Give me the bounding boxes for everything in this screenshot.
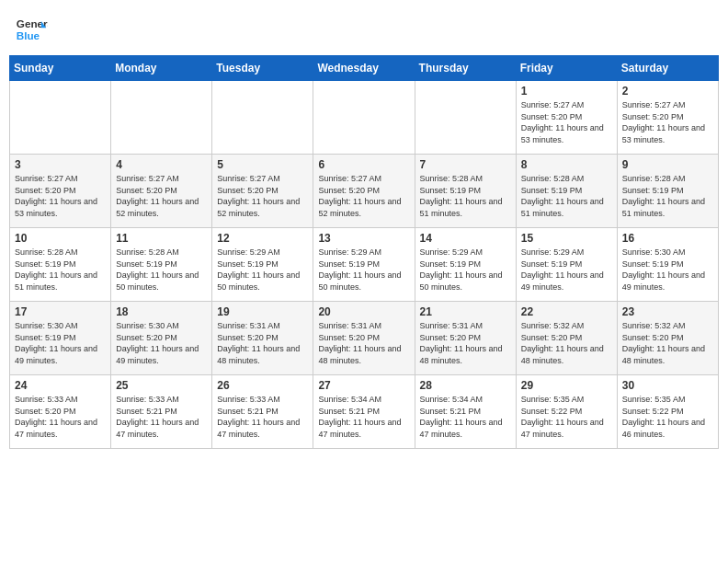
- day-info: Sunrise: 5:30 AMSunset: 5:19 PMDaylight:…: [622, 247, 713, 293]
- day-number: 22: [521, 305, 612, 318]
- calendar-cell: 20Sunrise: 5:31 AMSunset: 5:20 PMDayligh…: [313, 302, 415, 375]
- day-info: Sunrise: 5:27 AMSunset: 5:20 PMDaylight:…: [116, 173, 207, 219]
- calendar-cell: [212, 81, 313, 155]
- calendar-cell: 30Sunrise: 5:35 AMSunset: 5:22 PMDayligh…: [617, 375, 718, 449]
- day-info: Sunrise: 5:30 AMSunset: 5:19 PMDaylight:…: [15, 320, 106, 366]
- calendar-week-4: 17Sunrise: 5:30 AMSunset: 5:19 PMDayligh…: [10, 302, 719, 375]
- day-info: Sunrise: 5:29 AMSunset: 5:19 PMDaylight:…: [420, 247, 511, 293]
- logo: General Blue: [15, 13, 48, 46]
- day-info: Sunrise: 5:34 AMSunset: 5:21 PMDaylight:…: [318, 394, 409, 440]
- calendar-cell: 28Sunrise: 5:34 AMSunset: 5:21 PMDayligh…: [415, 375, 516, 449]
- calendar-cell: 1Sunrise: 5:27 AMSunset: 5:20 PMDaylight…: [516, 81, 617, 155]
- day-info: Sunrise: 5:35 AMSunset: 5:22 PMDaylight:…: [521, 394, 612, 440]
- day-number: 14: [420, 232, 511, 245]
- calendar-cell: 24Sunrise: 5:33 AMSunset: 5:20 PMDayligh…: [10, 375, 111, 449]
- calendar-cell: 15Sunrise: 5:29 AMSunset: 5:19 PMDayligh…: [516, 228, 617, 302]
- day-info: Sunrise: 5:27 AMSunset: 5:20 PMDaylight:…: [318, 173, 409, 219]
- logo-icon: General Blue: [15, 13, 48, 46]
- day-number: 10: [15, 232, 106, 245]
- day-info: Sunrise: 5:29 AMSunset: 5:19 PMDaylight:…: [521, 247, 612, 293]
- calendar-cell: 26Sunrise: 5:33 AMSunset: 5:21 PMDayligh…: [212, 375, 313, 449]
- day-info: Sunrise: 5:28 AMSunset: 5:19 PMDaylight:…: [521, 173, 612, 219]
- day-number: 25: [116, 379, 207, 392]
- weekday-header-tuesday: Tuesday: [212, 56, 313, 81]
- weekday-header-saturday: Saturday: [617, 56, 718, 81]
- calendar-cell: [10, 81, 111, 155]
- page-header: General Blue: [9, 9, 719, 50]
- day-number: 16: [622, 232, 713, 245]
- day-info: Sunrise: 5:27 AMSunset: 5:20 PMDaylight:…: [622, 99, 713, 145]
- calendar-week-2: 3Sunrise: 5:27 AMSunset: 5:20 PMDaylight…: [10, 155, 719, 228]
- calendar-cell: 18Sunrise: 5:30 AMSunset: 5:20 PMDayligh…: [111, 302, 212, 375]
- day-info: Sunrise: 5:27 AMSunset: 5:20 PMDaylight:…: [521, 99, 612, 145]
- day-info: Sunrise: 5:28 AMSunset: 5:19 PMDaylight:…: [622, 173, 713, 219]
- day-number: 18: [116, 305, 207, 318]
- day-info: Sunrise: 5:31 AMSunset: 5:20 PMDaylight:…: [318, 320, 409, 366]
- calendar-cell: [415, 81, 516, 155]
- weekday-header-friday: Friday: [516, 56, 617, 81]
- calendar-week-1: 1Sunrise: 5:27 AMSunset: 5:20 PMDaylight…: [10, 81, 719, 155]
- calendar-cell: 12Sunrise: 5:29 AMSunset: 5:19 PMDayligh…: [212, 228, 313, 302]
- day-number: 1: [521, 85, 612, 98]
- calendar-cell: 6Sunrise: 5:27 AMSunset: 5:20 PMDaylight…: [313, 155, 415, 228]
- day-info: Sunrise: 5:34 AMSunset: 5:21 PMDaylight:…: [420, 394, 511, 440]
- day-number: 19: [217, 305, 308, 318]
- day-number: 28: [420, 379, 511, 392]
- day-info: Sunrise: 5:29 AMSunset: 5:19 PMDaylight:…: [217, 247, 308, 293]
- day-info: Sunrise: 5:33 AMSunset: 5:21 PMDaylight:…: [217, 394, 308, 440]
- day-number: 11: [116, 232, 207, 245]
- calendar-cell: 7Sunrise: 5:28 AMSunset: 5:19 PMDaylight…: [415, 155, 516, 228]
- day-info: Sunrise: 5:32 AMSunset: 5:20 PMDaylight:…: [521, 320, 612, 366]
- calendar-cell: 2Sunrise: 5:27 AMSunset: 5:20 PMDaylight…: [617, 81, 718, 155]
- weekday-header-wednesday: Wednesday: [313, 56, 415, 81]
- day-info: Sunrise: 5:27 AMSunset: 5:20 PMDaylight:…: [15, 173, 106, 219]
- day-info: Sunrise: 5:31 AMSunset: 5:20 PMDaylight:…: [217, 320, 308, 366]
- day-number: 23: [622, 305, 713, 318]
- day-number: 9: [622, 158, 713, 171]
- calendar-cell: 29Sunrise: 5:35 AMSunset: 5:22 PMDayligh…: [516, 375, 617, 449]
- calendar-cell: 3Sunrise: 5:27 AMSunset: 5:20 PMDaylight…: [10, 155, 111, 228]
- day-number: 5: [217, 158, 308, 171]
- day-number: 4: [116, 158, 207, 171]
- weekday-header-sunday: Sunday: [10, 56, 111, 81]
- day-number: 29: [521, 379, 612, 392]
- calendar-cell: 25Sunrise: 5:33 AMSunset: 5:21 PMDayligh…: [111, 375, 212, 449]
- calendar-cell: 22Sunrise: 5:32 AMSunset: 5:20 PMDayligh…: [516, 302, 617, 375]
- calendar-cell: 8Sunrise: 5:28 AMSunset: 5:19 PMDaylight…: [516, 155, 617, 228]
- day-info: Sunrise: 5:27 AMSunset: 5:20 PMDaylight:…: [217, 173, 308, 219]
- calendar-cell: 13Sunrise: 5:29 AMSunset: 5:19 PMDayligh…: [313, 228, 415, 302]
- day-number: 6: [318, 158, 409, 171]
- calendar-cell: 21Sunrise: 5:31 AMSunset: 5:20 PMDayligh…: [415, 302, 516, 375]
- day-info: Sunrise: 5:28 AMSunset: 5:19 PMDaylight:…: [116, 247, 207, 293]
- day-info: Sunrise: 5:32 AMSunset: 5:20 PMDaylight:…: [622, 320, 713, 366]
- calendar-cell: 10Sunrise: 5:28 AMSunset: 5:19 PMDayligh…: [10, 228, 111, 302]
- day-number: 26: [217, 379, 308, 392]
- day-number: 20: [318, 305, 409, 318]
- day-number: 27: [318, 379, 409, 392]
- calendar-week-3: 10Sunrise: 5:28 AMSunset: 5:19 PMDayligh…: [10, 228, 719, 302]
- calendar-cell: 14Sunrise: 5:29 AMSunset: 5:19 PMDayligh…: [415, 228, 516, 302]
- calendar-week-5: 24Sunrise: 5:33 AMSunset: 5:20 PMDayligh…: [10, 375, 719, 449]
- calendar-cell: 17Sunrise: 5:30 AMSunset: 5:19 PMDayligh…: [10, 302, 111, 375]
- calendar-cell: 23Sunrise: 5:32 AMSunset: 5:20 PMDayligh…: [617, 302, 718, 375]
- day-info: Sunrise: 5:28 AMSunset: 5:19 PMDaylight:…: [420, 173, 511, 219]
- day-number: 2: [622, 85, 713, 98]
- day-info: Sunrise: 5:33 AMSunset: 5:21 PMDaylight:…: [116, 394, 207, 440]
- svg-text:Blue: Blue: [17, 29, 40, 41]
- day-info: Sunrise: 5:31 AMSunset: 5:20 PMDaylight:…: [420, 320, 511, 366]
- day-number: 17: [15, 305, 106, 318]
- calendar-cell: [111, 81, 212, 155]
- day-number: 30: [622, 379, 713, 392]
- day-number: 24: [15, 379, 106, 392]
- day-info: Sunrise: 5:29 AMSunset: 5:19 PMDaylight:…: [318, 247, 409, 293]
- day-number: 13: [318, 232, 409, 245]
- calendar-cell: 4Sunrise: 5:27 AMSunset: 5:20 PMDaylight…: [111, 155, 212, 228]
- calendar-cell: 5Sunrise: 5:27 AMSunset: 5:20 PMDaylight…: [212, 155, 313, 228]
- day-info: Sunrise: 5:30 AMSunset: 5:20 PMDaylight:…: [116, 320, 207, 366]
- calendar-cell: 27Sunrise: 5:34 AMSunset: 5:21 PMDayligh…: [313, 375, 415, 449]
- calendar-cell: [313, 81, 415, 155]
- calendar-table: SundayMondayTuesdayWednesdayThursdayFrid…: [9, 55, 719, 449]
- day-number: 3: [15, 158, 106, 171]
- day-info: Sunrise: 5:35 AMSunset: 5:22 PMDaylight:…: [622, 394, 713, 440]
- day-number: 12: [217, 232, 308, 245]
